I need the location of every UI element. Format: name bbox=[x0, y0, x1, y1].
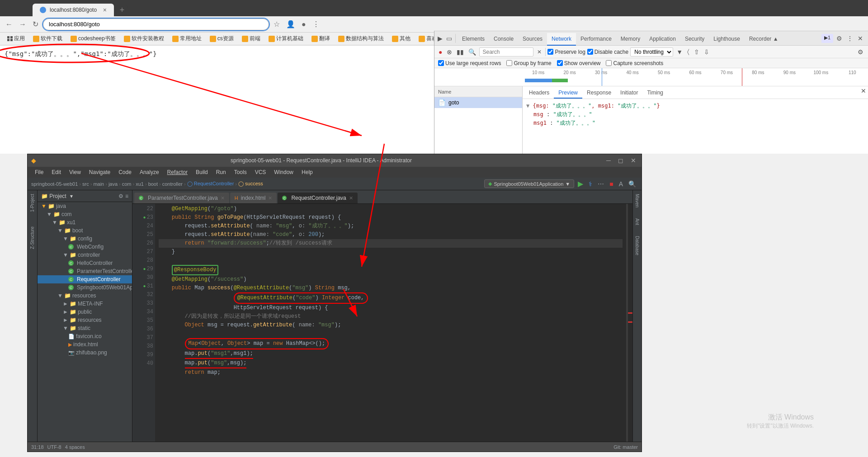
breadcrumb-java[interactable]: java bbox=[108, 181, 118, 187]
breadcrumb-project[interactable]: springboot-05-web01 bbox=[31, 181, 78, 187]
tab-security[interactable]: Security bbox=[680, 33, 709, 46]
tree-item-hellocontroller[interactable]: C HelloController bbox=[38, 259, 132, 267]
devtools-more-icon[interactable]: ⋮ bbox=[845, 34, 854, 43]
right-panel-ant[interactable]: Ant bbox=[635, 217, 640, 227]
throttling-select[interactable]: No throttling bbox=[630, 47, 673, 57]
new-tab-button[interactable]: + bbox=[116, 4, 128, 16]
menu-help[interactable]: Help bbox=[298, 168, 316, 176]
capture-screenshots-label[interactable]: Capture screenshots bbox=[606, 60, 663, 66]
bookmark-apps[interactable]: 应用 bbox=[4, 34, 28, 43]
menu-edit[interactable]: Edit bbox=[48, 168, 65, 176]
detail-close-button[interactable]: ✕ bbox=[861, 87, 866, 94]
debug-button[interactable]: ⚕ bbox=[587, 179, 594, 188]
right-panel-database[interactable]: Database bbox=[635, 234, 640, 257]
filter-button[interactable]: ▮▮ bbox=[455, 47, 465, 57]
large-rows-label[interactable]: Use large request rows bbox=[438, 60, 501, 66]
preserve-log-checkbox[interactable] bbox=[547, 49, 553, 55]
tree-item-webconfig[interactable]: C WebConfig bbox=[38, 243, 132, 251]
menu-file[interactable]: File bbox=[31, 168, 47, 176]
tab-memory[interactable]: Memory bbox=[616, 33, 645, 46]
tree-item-resources2[interactable]: ► 📁 resources bbox=[38, 316, 132, 324]
idea-minimize-button[interactable]: ─ bbox=[604, 157, 613, 164]
tree-item-boot[interactable]: ▼ 📁 boot bbox=[38, 226, 132, 235]
tab-close-button[interactable]: × bbox=[103, 6, 107, 14]
right-panel-maven[interactable]: Maven bbox=[635, 192, 640, 209]
network-list-item-goto[interactable]: 📄 goto bbox=[434, 97, 522, 108]
throttling-expand-icon[interactable]: ▼ bbox=[675, 47, 684, 57]
tab-paramtest-close[interactable]: ✕ bbox=[221, 195, 225, 201]
menu-build[interactable]: Build bbox=[192, 168, 212, 176]
tab-index-html[interactable]: H index.html ✕ bbox=[230, 193, 277, 203]
tree-item-paramtest[interactable]: C ParameterTestController bbox=[38, 267, 132, 275]
network-import-icon[interactable]: ⇧ bbox=[693, 47, 701, 57]
network-icon1[interactable]: 〈 bbox=[686, 47, 691, 57]
breadcrumb-boot[interactable]: boot bbox=[148, 181, 158, 187]
menu-window[interactable]: Window bbox=[270, 168, 297, 176]
tab-paramtest[interactable]: C ParameterTestController.java ✕ bbox=[134, 193, 229, 203]
back-button[interactable]: ← bbox=[4, 19, 14, 30]
menu-analyze[interactable]: Analyze bbox=[136, 168, 163, 176]
detail-tab-headers[interactable]: Headers bbox=[524, 88, 554, 99]
breadcrumb-controller[interactable]: controller bbox=[162, 181, 183, 187]
tab-lighthouse[interactable]: Lighthouse bbox=[709, 33, 745, 46]
menu-run[interactable]: Run bbox=[212, 168, 230, 176]
tree-item-favicon[interactable]: 📄 favicon.ico bbox=[38, 332, 132, 340]
devtools-close-icon[interactable]: ✕ bbox=[856, 34, 864, 43]
breadcrumb-com[interactable]: com bbox=[122, 181, 132, 187]
left-panel-project-label[interactable]: 1-Project bbox=[30, 194, 35, 212]
network-search-input[interactable] bbox=[479, 47, 533, 57]
profile-button[interactable]: 👤 bbox=[284, 18, 297, 30]
menu-refactor[interactable]: Refactor bbox=[164, 168, 191, 176]
tab-elements[interactable]: Elements bbox=[458, 33, 489, 46]
settings-button[interactable]: ⋮ bbox=[311, 18, 321, 30]
idea-maximize-button[interactable]: ◻ bbox=[616, 157, 625, 164]
tree-item-zhifubao[interactable]: 📷 zhifubao.png bbox=[38, 349, 132, 357]
menu-tools[interactable]: Tools bbox=[231, 168, 250, 176]
bookmark-common[interactable]: 常用地址 bbox=[169, 34, 205, 43]
address-bar[interactable] bbox=[43, 19, 269, 30]
extensions-button[interactable]: ● bbox=[300, 19, 308, 30]
search-button[interactable]: 🔍 bbox=[467, 47, 477, 57]
group-by-frame-checkbox[interactable] bbox=[506, 60, 512, 66]
tree-item-static[interactable]: ▼ 📁 static bbox=[38, 324, 132, 332]
tree-layout-icon[interactable]: ≡ bbox=[125, 193, 128, 199]
breadcrumb-src[interactable]: src bbox=[82, 181, 89, 187]
tab-network[interactable]: Network bbox=[547, 33, 576, 46]
tree-item-resources[interactable]: ▼ 📁 resources bbox=[38, 292, 132, 300]
bookmark-button[interactable]: ☆ bbox=[272, 18, 282, 30]
bookmark-ds[interactable]: 数据结构与算法 bbox=[335, 34, 387, 43]
menu-vcs[interactable]: VCS bbox=[251, 168, 270, 176]
tree-item-requestcontroller[interactable]: C RequestController bbox=[38, 275, 132, 283]
tab-console[interactable]: Console bbox=[489, 33, 518, 46]
tab-request-close[interactable]: ✕ bbox=[349, 195, 353, 201]
tree-item-java[interactable]: ▼ 📁 java bbox=[38, 202, 132, 210]
show-overview-label[interactable]: Show overview bbox=[557, 60, 601, 66]
forward-button[interactable]: → bbox=[17, 19, 28, 30]
tab-requestcontroller[interactable]: C RequestController.java ✕ bbox=[278, 193, 357, 203]
bookmark-codesheep[interactable]: codesheep书签 bbox=[67, 34, 119, 43]
clear-button[interactable]: ⊗ bbox=[445, 47, 453, 57]
detail-tab-initiator[interactable]: Initiator bbox=[616, 88, 642, 99]
breadcrumb-success[interactable]: ◯ success bbox=[238, 181, 263, 187]
tab-recorder[interactable]: Recorder ▲ bbox=[745, 33, 783, 46]
toolbar-more[interactable]: ⋯ bbox=[596, 179, 606, 188]
tree-item-metainf[interactable]: ► 📁 META-INF bbox=[38, 300, 132, 308]
disable-cache-checkbox-label[interactable]: Disable cache bbox=[587, 49, 628, 55]
bookmark-other[interactable]: 其他 bbox=[388, 34, 414, 43]
tree-item-public[interactable]: ► 📁 public bbox=[38, 308, 132, 316]
tree-item-xu1[interactable]: ▼ 📁 xu1 bbox=[38, 218, 132, 226]
bookmark-cs[interactable]: cs资源 bbox=[206, 34, 237, 43]
json-expand-root[interactable]: ▼ bbox=[526, 103, 529, 109]
devtools-device-icon[interactable]: ▭ bbox=[445, 34, 453, 43]
tree-item-controller[interactable]: ▼ 📁 controller bbox=[38, 251, 132, 259]
reload-button[interactable]: ↻ bbox=[31, 18, 40, 30]
detail-tab-preview[interactable]: Preview bbox=[554, 88, 582, 99]
menu-view[interactable]: View bbox=[66, 168, 85, 176]
preserve-log-checkbox-label[interactable]: Preserve log bbox=[547, 49, 585, 55]
tree-item-com[interactable]: ▼ 📁 com bbox=[38, 210, 132, 218]
bookmark-translate[interactable]: 翻译 bbox=[308, 34, 334, 43]
capture-screenshots-checkbox[interactable] bbox=[606, 60, 612, 66]
breadcrumb-main[interactable]: main bbox=[93, 181, 104, 187]
search-all-button[interactable]: 🔍 bbox=[627, 179, 638, 188]
detail-tab-response[interactable]: Response bbox=[582, 88, 616, 99]
